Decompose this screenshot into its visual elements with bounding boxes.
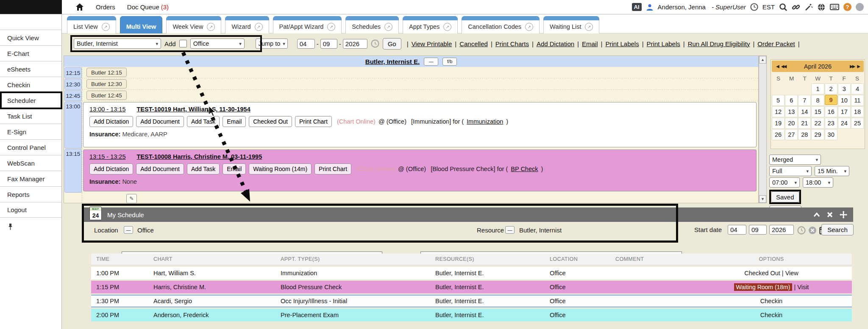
appointment-time-link[interactable]: 13:15 - 13:25 (89, 153, 125, 160)
location-select[interactable]: Office▾ (190, 39, 245, 49)
calendar-day[interactable]: 15 (811, 106, 824, 117)
toolbar-link-view-printable[interactable]: View Printable (412, 40, 452, 47)
scroll-down-icon[interactable]: ▼ (759, 195, 766, 203)
nav-orders[interactable]: Orders (96, 3, 115, 11)
calendar-day[interactable]: 24 (838, 118, 851, 129)
appointment-action-add-dictation[interactable]: Add Dictation (89, 163, 133, 174)
home-icon[interactable] (75, 3, 84, 11)
calendar-day[interactable]: 13 (785, 106, 798, 117)
options-text[interactable]: | Visit (794, 284, 809, 290)
day-end-select[interactable]: 18:00▾ (803, 177, 833, 188)
toolbar-link-email[interactable]: Email (582, 40, 598, 47)
calendar-day[interactable]: 25 (851, 118, 864, 129)
add-checkbox[interactable] (179, 40, 187, 47)
calendar-day-selected[interactable]: 9 (825, 95, 837, 105)
patient-link[interactable]: TEST-10008 Harris, Christine M. 03-11-19… (136, 153, 262, 160)
date-year-input[interactable]: 2026 (343, 39, 367, 49)
sidebar-item-checkin[interactable]: Checkin (0, 77, 61, 92)
ai-badge[interactable]: AI (632, 3, 642, 11)
calendar-day[interactable]: 7 (798, 95, 811, 106)
sidebar-item-esheets[interactable]: eSheets (0, 61, 61, 77)
toolbar-link-cancelled[interactable]: Cancelled (459, 40, 488, 47)
help-icon[interactable]: ? (843, 3, 851, 11)
scroll-up-icon[interactable]: ▲ (759, 56, 766, 64)
calendar-day[interactable]: 30 (825, 129, 837, 140)
table-row[interactable]: 1:30 PM Acardi, Sergio Occ Injury/Illnes… (91, 295, 852, 307)
cell-options[interactable]: Checked Out | View (691, 270, 852, 276)
options-text[interactable]: Checked Out | View (744, 270, 798, 276)
options-text[interactable]: Checkin (760, 312, 782, 318)
merge-mode-select[interactable]: Merged▾ (769, 155, 821, 165)
sidebar-item-webscan[interactable]: WebScan (0, 155, 61, 171)
jump-to-select[interactable]: Jump to▾ (256, 39, 288, 49)
cell-options[interactable]: Checkin (691, 312, 852, 318)
schedule-scrollbar[interactable]: ▲ ▼ (759, 55, 767, 203)
pin-icon[interactable] (0, 218, 61, 232)
calendar-day[interactable]: 19 (772, 118, 785, 129)
appointment-action-waiting-room-14m[interactable]: Waiting Room (14m) (249, 163, 312, 174)
calendar-day[interactable]: 4 (851, 83, 864, 94)
minimize-column-button[interactable]: — (424, 58, 438, 66)
day-start-select[interactable]: 07:00▾ (769, 177, 800, 188)
toolbar-link-order-packet[interactable]: Order Packet (757, 40, 795, 47)
appointment-action-add-document[interactable]: Add Document (136, 116, 184, 127)
saved-button[interactable]: Saved (771, 191, 799, 202)
sidebar-item-e-chart[interactable]: E-Chart (0, 45, 61, 61)
calendar-day[interactable]: 20 (785, 118, 798, 129)
appointment-action-checked-out[interactable]: Checked Out (249, 116, 292, 127)
calendar-day[interactable]: 28 (798, 129, 811, 140)
tab-wizard[interactable]: Wizard ↗ (225, 16, 269, 33)
sidebar-item-task-list[interactable]: Task List (0, 108, 61, 124)
close-panel-icon[interactable] (827, 212, 833, 218)
calendar-day[interactable]: 17 (838, 106, 851, 117)
calendar-day[interactable]: 23 (825, 118, 837, 129)
sidebar-item-e-sign[interactable]: E-Sign (0, 124, 61, 139)
tab-week-view[interactable]: Week View ↗ (166, 16, 221, 33)
date-day-input[interactable]: 09 (320, 39, 337, 49)
collapse-panel-icon[interactable] (813, 213, 820, 217)
sidebar-item-quick-view[interactable]: Quick View (0, 30, 61, 45)
slot-booking-button[interactable]: Butler 12:45 (86, 91, 127, 100)
calendar-day[interactable]: 21 (798, 118, 811, 129)
appointment-action-add-dictation[interactable]: Add Dictation (89, 116, 133, 127)
calendar-day[interactable]: 8 (811, 95, 824, 106)
calendar-day[interactable]: 6 (785, 95, 798, 106)
go-button[interactable]: Go (383, 38, 401, 50)
calendar-day[interactable]: 14 (798, 106, 811, 117)
start-date-year-input[interactable]: 2026 (769, 225, 794, 235)
appointment-card[interactable]: 13:15 - 13:25 TEST-10008 Harris, Christi… (83, 149, 757, 191)
fb-button[interactable]: f/b (442, 58, 457, 66)
sidebar-item-fax-manager[interactable]: Fax Manager (0, 171, 61, 186)
sidebar-item-control-panel[interactable]: Control Panel (0, 139, 61, 155)
nav-doc-queue[interactable]: Doc Queue(3) (127, 3, 169, 11)
my-schedule-panel-header[interactable]: MAY 24 My Schedule (83, 207, 853, 222)
appointment-action-print-chart[interactable]: Print Chart (314, 163, 351, 174)
appointment-action-add-task[interactable]: Add Task (187, 116, 220, 127)
toolbar-link-print-labels[interactable]: Print Labels (605, 40, 639, 47)
appointment-action-print-chart[interactable]: Print Chart (295, 116, 332, 127)
calendar-day[interactable]: 12 (772, 106, 785, 117)
toolbar-link-run-all-drug-eligibility[interactable]: Run All Drug Eligibility (688, 40, 750, 47)
calendar-day[interactable]: 11 (851, 95, 864, 106)
table-row[interactable]: 2:00 PM Anderson, Frederick Pre-Placemen… (91, 309, 852, 321)
appointment-time-link[interactable]: 13:00 - 13:15 (89, 106, 125, 113)
calendar-day[interactable]: 10 (838, 95, 851, 106)
calendar-day[interactable]: 18 (851, 106, 864, 117)
calendar-day[interactable]: 3 (838, 83, 851, 94)
wand-icon[interactable] (804, 3, 813, 11)
calendar-next-month-icon[interactable]: ▶ (856, 64, 861, 69)
tab-list-view[interactable]: List View ↗ (67, 16, 116, 33)
current-user[interactable]: Anderson, Jenna (658, 3, 706, 11)
calendar-next-year-icon[interactable]: ▶▶ (849, 64, 856, 69)
provider-select[interactable]: Butler, Internist▾ (74, 39, 161, 49)
clock-icon[interactable] (750, 3, 758, 11)
calendar-prev-year-icon[interactable]: ◀◀ (780, 64, 787, 69)
link-icon[interactable] (792, 3, 800, 11)
appointment-type-link[interactable]: BP Check (511, 166, 538, 172)
resource-header-link[interactable]: Butler, Internist E. (365, 58, 420, 65)
sidebar-item-reports[interactable]: Reports (0, 186, 61, 202)
interval-select[interactable]: 15 Min.▾ (815, 166, 849, 176)
appointment-action-add-document[interactable]: Add Document (136, 163, 184, 174)
appointment-action-email[interactable]: Email (223, 163, 246, 174)
toolbar-link-add-dictation[interactable]: Add Dictation (537, 40, 574, 47)
